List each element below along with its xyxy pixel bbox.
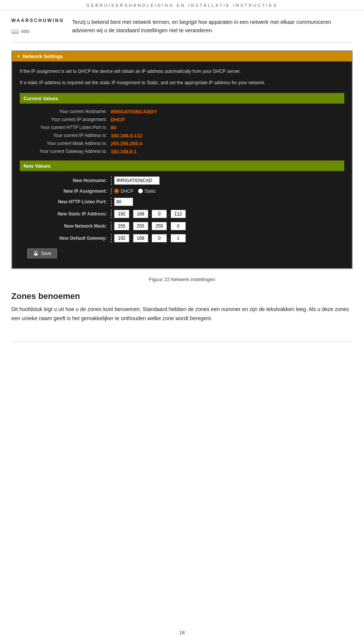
new-hostname-input[interactable] [114, 176, 160, 185]
mask-3-input[interactable] [152, 222, 167, 230]
new-values-header: New Values [20, 160, 344, 171]
current-values-header: Current Values [20, 93, 344, 104]
mask-sep-2: . [149, 223, 151, 229]
new-hostname-wrapper [111, 176, 160, 185]
triangle-icon: ▼ [17, 54, 20, 58]
dhcp-radio-label[interactable]: DHCP [114, 189, 133, 194]
static-radio[interactable] [138, 189, 143, 193]
new-ip-assign-label: New IP Assignment: [20, 189, 111, 194]
warning-label: WAARSCHUWING [11, 18, 64, 23]
figure-caption: Figuur 22 Netwerk instellingen [11, 277, 353, 282]
gateway-3-input[interactable] [152, 234, 167, 242]
hostname-value: IRRIGATIONCADDY [111, 109, 157, 115]
ip-address-label: Your current IP Address is: [20, 133, 111, 138]
mask-value: 255.255.255.0 [111, 141, 142, 146]
zones-text: Dit hoofdstuk legt u uit hoe u de zones … [11, 305, 353, 323]
new-http-port-input[interactable] [114, 198, 133, 206]
mask-sep-3: . [168, 223, 169, 229]
hostname-row: Your current Hostname: IRRIGATIONCADDY [20, 109, 344, 115]
info-label: Info [21, 28, 30, 34]
book-icon: 📖 [11, 28, 19, 35]
static-ip-4-input[interactable] [171, 210, 186, 218]
mask-1-input[interactable] [114, 222, 129, 230]
header-title: GEBRUIKERSHANDLEIDING EN INSTALLATIE INS… [86, 3, 278, 8]
new-static-ip-label: New Static IP Address: [20, 211, 111, 217]
new-ip-assign-wrapper: DHCP Static [111, 189, 156, 194]
ip-assign-radio-group: DHCP Static [114, 189, 156, 194]
new-gateway-wrapper: . . . [111, 234, 186, 242]
new-static-ip-wrapper: . . . [111, 210, 186, 218]
panel-header: ▼ Network Settings [12, 51, 352, 61]
hostname-label: Your current Hostname: [20, 109, 111, 114]
new-mask-row: New Network Mask: . . . [20, 222, 344, 230]
static-ip-2-input[interactable] [133, 210, 148, 218]
new-hostname-label: New Hostname: [20, 178, 111, 183]
current-values-table: Your current Hostname: IRRIGATIONCADDY Y… [20, 109, 344, 154]
static-radio-label[interactable]: Static [138, 189, 156, 194]
warning-left: WAARSCHUWING 📖 Info [11, 18, 72, 35]
gateway-label: Your current Gateway Address is: [20, 149, 111, 154]
static-label: Static [144, 189, 156, 194]
new-values-form: New Hostname: New IP Assignment: DHCP [20, 176, 344, 242]
ip-sep-2: . [149, 211, 151, 217]
http-port-row: Your current HTTP Listen Port is: 80 [20, 125, 344, 130]
warning-text: Tenzij u bekend bent met netwerk termen,… [72, 18, 349, 35]
gateway-4-input[interactable] [171, 234, 186, 242]
ip-address-value: 192.168.0.112 [111, 133, 142, 138]
panel-body: If the IP assignment is set to DHCP the … [12, 61, 352, 268]
description-2: If a static IP address is required set t… [20, 79, 344, 86]
new-static-ip-row: New Static IP Address: . . . [20, 210, 344, 218]
new-mask-label: New Network Mask: [20, 223, 111, 229]
static-ip-1-input[interactable] [114, 210, 129, 218]
new-hostname-row: New Hostname: [20, 176, 344, 185]
ip-assign-row: Your current IP assignment: DHCP [20, 117, 344, 123]
description-1: If the IP assignment is set to DHCP the … [20, 68, 344, 75]
save-label: Save [41, 251, 51, 256]
gw-sep-3: . [168, 235, 169, 241]
new-http-port-label: New HTTP Listen Port: [20, 199, 111, 204]
page-header: GEBRUIKERSHANDLEIDING EN INSTALLATIE INS… [0, 0, 364, 10]
gateway-value: 192.168.0.1 [111, 149, 137, 154]
gateway-row: Your current Gateway Address is: 192.168… [20, 149, 344, 154]
gw-sep-1: . [130, 235, 132, 241]
panel-description: If the IP assignment is set to DHCP the … [20, 68, 344, 87]
gw-sep-2: . [149, 235, 151, 241]
warning-section: WAARSCHUWING 📖 Info Tenzij u bekend bent… [11, 10, 353, 43]
mask-row: Your current Mask Address is: 255.255.25… [20, 141, 344, 146]
current-values-title: Current Values [24, 96, 58, 101]
dhcp-label: DHCP [121, 189, 133, 194]
mask-label: Your current Mask Address is: [20, 141, 111, 146]
gateway-2-input[interactable] [133, 234, 148, 242]
http-port-value: 80 [111, 125, 116, 130]
new-gateway-label: New Default Gateway: [20, 236, 111, 241]
zones-section: Zones benoemen Dit hoofdstuk legt u uit … [11, 291, 353, 338]
ip-assign-value: DHCP [111, 117, 125, 123]
mask-sep-1: . [130, 223, 132, 229]
floppy-icon: 💾 [33, 251, 39, 256]
gateway-1-input[interactable] [114, 234, 129, 242]
network-panel: ▼ Network Settings If the IP assignment … [11, 50, 353, 269]
new-gateway-row: New Default Gateway: . . . [20, 234, 344, 242]
static-ip-3-input[interactable] [152, 210, 167, 218]
panel-title: Network Settings [23, 53, 63, 59]
ip-assign-label: Your current IP assignment: [20, 117, 111, 122]
dhcp-radio[interactable] [114, 189, 119, 193]
zones-title: Zones benoemen [11, 291, 353, 301]
page-number: 18 [179, 630, 185, 635]
ip-address-row: Your current IP Address is: 192.168.0.11… [20, 133, 344, 138]
http-port-label: Your current HTTP Listen Port is: [20, 125, 111, 130]
new-http-port-row: New HTTP Listen Port: [20, 198, 344, 206]
ip-sep-1: . [130, 211, 132, 217]
save-button[interactable]: 💾 Save [27, 248, 57, 258]
footer-divider [11, 341, 353, 341]
new-mask-wrapper: . . . [111, 222, 186, 230]
new-ip-assign-row: New IP Assignment: DHCP Static [20, 189, 344, 194]
mask-2-input[interactable] [133, 222, 148, 230]
warning-info: 📖 Info [11, 28, 30, 35]
ip-sep-3: . [168, 211, 169, 217]
mask-4-input[interactable] [171, 222, 186, 230]
new-values-title: New Values [24, 163, 51, 169]
new-http-port-wrapper [111, 198, 133, 206]
page-footer: 18 [0, 630, 364, 635]
